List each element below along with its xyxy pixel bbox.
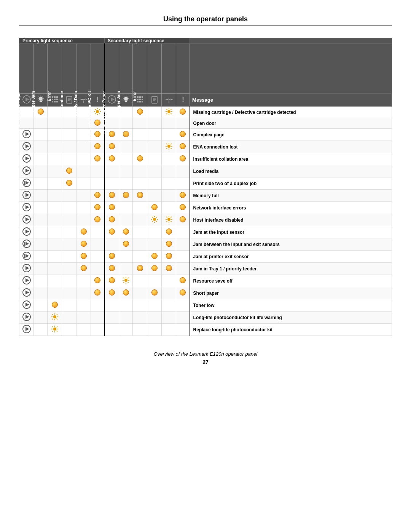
svg-marker-119 xyxy=(25,242,29,246)
message-cell: ENA connection lost xyxy=(190,141,392,153)
table-cell xyxy=(91,165,105,177)
svg-marker-153 xyxy=(25,327,29,331)
table-cell xyxy=(91,312,105,324)
svg-line-161 xyxy=(56,326,57,327)
table-cell xyxy=(162,129,176,141)
table-row: Load media xyxy=(19,165,392,177)
svg-marker-127 xyxy=(25,278,29,282)
table-cell xyxy=(119,165,133,177)
table-cell xyxy=(62,214,76,226)
table-cell xyxy=(91,299,105,312)
message-cell: Toner low xyxy=(190,299,392,312)
table-cell xyxy=(34,238,48,251)
col-sec-paperjam: Paper Jam xyxy=(162,44,176,94)
svg-marker-117 xyxy=(25,230,29,233)
table-cell xyxy=(76,324,91,336)
operator-panel-table: Primary light sequence Secondary light s… xyxy=(19,38,392,336)
svg-point-63 xyxy=(167,110,170,113)
table-cell xyxy=(91,324,105,336)
table-cell xyxy=(91,226,105,238)
table-cell xyxy=(147,299,162,312)
table-cell xyxy=(91,177,105,190)
table-cell xyxy=(176,238,190,251)
table-cell xyxy=(76,165,91,177)
table-cell xyxy=(19,214,34,226)
message-cell: Open door xyxy=(190,118,392,129)
svg-line-114 xyxy=(170,217,171,217)
col-pri-error: Error xyxy=(91,44,105,94)
table-cell xyxy=(48,287,62,299)
table-cell xyxy=(133,177,147,190)
table-cell xyxy=(76,214,91,226)
message-cell: Jam between the input and exit sensors xyxy=(190,238,392,251)
table-cell xyxy=(48,312,62,324)
table-cell xyxy=(105,165,119,177)
table-cell xyxy=(48,275,62,287)
table-cell xyxy=(76,153,91,165)
message-cell: Short paper xyxy=(190,287,392,299)
svg-marker-142 xyxy=(25,315,29,319)
table-cell xyxy=(147,324,162,336)
table-row: Resource save off xyxy=(19,275,392,287)
table-cell xyxy=(19,251,34,263)
table-cell xyxy=(119,214,133,226)
table-cell xyxy=(162,214,176,226)
table-cell xyxy=(105,190,119,202)
table-cell xyxy=(34,177,48,190)
table-cell xyxy=(119,202,133,214)
table-cell xyxy=(105,226,119,238)
table-cell xyxy=(62,299,76,312)
table-cell xyxy=(176,177,190,190)
table-cell xyxy=(162,324,176,336)
table-cell xyxy=(119,324,133,336)
message-cell: Print side two of a duplex job xyxy=(190,177,392,190)
table-row: Host interface disabled xyxy=(19,214,392,226)
table-cell xyxy=(119,287,133,299)
table-cell xyxy=(105,287,119,299)
icon-error-secondary: ! xyxy=(176,94,190,107)
table-cell xyxy=(176,141,190,153)
table-cell xyxy=(48,153,62,165)
table-cell xyxy=(48,190,62,202)
table-cell xyxy=(162,251,176,263)
table-cell xyxy=(119,190,133,202)
table-cell xyxy=(133,287,147,299)
table-cell xyxy=(133,190,147,202)
table-cell xyxy=(105,299,119,312)
table-cell xyxy=(91,190,105,202)
table-cell xyxy=(133,238,147,251)
table-cell xyxy=(176,190,190,202)
table-cell xyxy=(176,263,190,275)
page-title: Using the operator panels xyxy=(19,15,392,26)
table-cell xyxy=(162,107,176,118)
svg-point-154 xyxy=(53,328,56,331)
table-cell xyxy=(34,202,48,214)
table-cell xyxy=(91,251,105,263)
table-cell xyxy=(105,251,119,263)
table-cell xyxy=(34,190,48,202)
table-cell xyxy=(176,324,190,336)
table-cell xyxy=(176,275,190,287)
table-row: Network interface errors xyxy=(19,202,392,214)
table-cell xyxy=(19,177,34,190)
col-sec-load: Load / Remove Paper xyxy=(147,44,162,94)
table-cell xyxy=(105,238,119,251)
table-cell xyxy=(91,287,105,299)
table-row: ENA connection lost xyxy=(19,141,392,153)
table-cell xyxy=(162,263,176,275)
table-cell xyxy=(119,312,133,324)
table-cell xyxy=(133,226,147,238)
table-cell xyxy=(19,275,34,287)
table-cell xyxy=(34,251,48,263)
message-cell: Network interface errors xyxy=(190,202,392,214)
table-cell xyxy=(62,190,76,202)
svg-marker-90 xyxy=(25,181,29,185)
table-cell xyxy=(19,165,34,177)
svg-marker-75 xyxy=(25,144,29,148)
message-cell: Jam in Tray 1 / priority feeder xyxy=(190,263,392,275)
table-row: Jam between the input and exit sensors xyxy=(19,238,392,251)
secondary-header: Secondary light sequence xyxy=(105,38,190,44)
message-cell: Missing cartridge / Defective cartridge … xyxy=(190,107,392,118)
table-cell xyxy=(133,275,147,287)
col-sec-ready: Ready / Data xyxy=(119,44,133,94)
